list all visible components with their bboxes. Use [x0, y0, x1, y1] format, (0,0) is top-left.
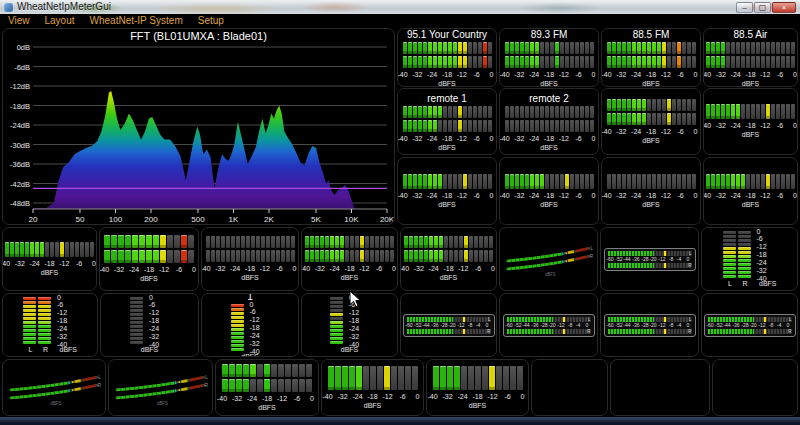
led-segment	[771, 56, 775, 68]
led-segment	[580, 42, 584, 54]
led-meter: -40-32-24-18-12-60dBFS	[104, 235, 194, 283]
svg-text:-24dB: -24dB	[10, 121, 30, 130]
led-segment	[355, 236, 359, 248]
led-column	[723, 231, 736, 278]
led-segment	[216, 250, 220, 262]
led-segment	[667, 42, 671, 54]
led-segment	[428, 42, 432, 54]
led-column	[231, 304, 244, 351]
led-segment	[682, 113, 686, 125]
windows-taskbar[interactable]	[0, 417, 800, 425]
led-segment	[761, 104, 765, 119]
led-segment	[607, 42, 611, 54]
arc-meter: L R dBFS	[6, 369, 102, 407]
meter-row5-box-2: L-60-52-44-36-28-20-12-8-40R	[499, 293, 598, 357]
led-segment	[612, 99, 616, 111]
dbfs-label: dBFS	[140, 274, 158, 283]
led-segment	[167, 235, 173, 248]
led-segment	[226, 250, 230, 262]
meter-row5-vertical-2: 0-6-12-18-24-32-40dBFS	[100, 293, 199, 357]
led-segment	[540, 174, 544, 189]
led-segment	[454, 250, 458, 262]
svg-text:-36dB: -36dB	[10, 160, 30, 169]
led-segment	[662, 56, 666, 68]
dbfs-label: dBFS	[241, 273, 259, 282]
led-segment	[711, 104, 715, 119]
led-segment	[726, 104, 730, 119]
led-segment	[647, 56, 651, 68]
led-segment	[479, 236, 483, 248]
led-segment	[545, 56, 549, 68]
led-segment	[429, 250, 433, 262]
meter-axis-labels: LRdBFS	[723, 279, 777, 288]
led-segment	[482, 366, 488, 390]
led-segment	[413, 120, 417, 132]
led-segment	[370, 366, 376, 390]
led-segment	[130, 341, 143, 344]
led-segment	[428, 56, 432, 68]
led-segment	[424, 236, 428, 248]
led-segment	[637, 99, 641, 111]
led-segment	[305, 250, 309, 262]
led-segment	[449, 236, 453, 248]
led-row	[505, 42, 594, 54]
meter-row2-4: -40-32-24-18-12-60dBFS	[703, 88, 798, 155]
led-column	[38, 297, 51, 344]
led-segment	[687, 99, 691, 111]
led-segment	[677, 42, 681, 54]
led-segment	[535, 106, 539, 118]
led-segment	[585, 174, 589, 189]
led-segment	[667, 56, 671, 68]
svg-text:R: R	[590, 254, 594, 259]
led-segment	[716, 174, 720, 189]
led-row	[706, 104, 795, 119]
led-segment	[657, 42, 661, 54]
led-segment	[488, 174, 492, 189]
led-segment	[711, 56, 715, 68]
led-segment	[15, 242, 19, 257]
led-segment	[687, 42, 691, 54]
led-segment	[443, 120, 447, 132]
led-segment	[738, 255, 751, 258]
led-segment	[459, 236, 463, 248]
led-segment	[111, 250, 117, 263]
led-segment	[612, 174, 616, 189]
meter-scale: -40-32-24-18-12-60	[403, 134, 492, 143]
dense-meter-box: L-60-52-44-36-28-20-12-8-40R	[604, 314, 696, 337]
led-row	[607, 56, 696, 68]
led-meter: -40-32-24-18-12-60dBFS	[505, 106, 594, 152]
meter-title: remote 1	[398, 92, 496, 105]
led-segment	[130, 337, 143, 340]
led-segment	[687, 113, 691, 125]
led-segment	[662, 113, 666, 125]
led-meter-vertical: 0-6-12-18-24-32-40LRdBFS	[723, 231, 777, 288]
led-segment	[570, 42, 574, 54]
led-segment	[473, 42, 477, 54]
dbfs-label: dBFS	[742, 79, 760, 88]
led-segment	[286, 250, 290, 262]
led-segment	[433, 42, 437, 54]
led-segment	[590, 42, 594, 54]
led-segment	[454, 236, 458, 248]
led-segment	[473, 56, 477, 68]
led-segment	[292, 364, 298, 377]
led-segment	[723, 251, 736, 254]
meter-scale: -40-32-24-18-12-60	[607, 127, 696, 136]
led-segment	[463, 42, 467, 54]
led-segment	[438, 174, 442, 189]
led-segment	[423, 56, 427, 68]
led-segment	[738, 271, 751, 274]
led-segment	[607, 56, 611, 68]
led-segment	[642, 56, 646, 68]
led-strip: R	[507, 329, 591, 334]
led-segment	[335, 236, 339, 248]
led-segment	[291, 236, 295, 248]
led-column	[330, 297, 343, 344]
led-segment	[118, 235, 124, 248]
meter-scale: -40-32-24-18-12-60	[404, 264, 493, 273]
meter-row4-2: -40-32-24-18-12-60dBFS	[99, 227, 199, 291]
led-segment	[345, 250, 349, 262]
led-segment	[330, 301, 343, 304]
led-segment	[438, 106, 442, 118]
dbfs-label: dBFS	[438, 143, 456, 152]
